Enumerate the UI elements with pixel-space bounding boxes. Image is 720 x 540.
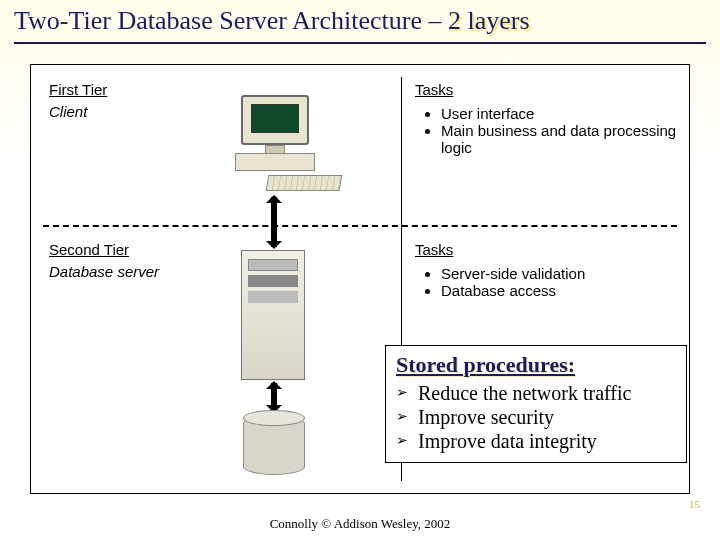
tier2-sub: Database server [49, 263, 159, 280]
slide-title: Two-Tier Database Server Architecture – … [0, 0, 720, 38]
bidirectional-arrow-icon [271, 197, 277, 247]
tier1-sub: Client [49, 103, 87, 120]
tier2-tasks: Server-side validation Database access [423, 265, 677, 299]
task-item: User interface [441, 105, 677, 122]
tier1-tasks: User interface Main business and data pr… [423, 105, 677, 156]
tier2-heading: Second Tier [49, 241, 129, 258]
stored-heading: Stored procedures: [396, 352, 676, 378]
tier-separator [43, 225, 677, 227]
database-cylinder-icon [243, 415, 305, 475]
stored-procedures-callout: Stored procedures: Reduce the network tr… [385, 345, 687, 463]
stored-item: Improve data integrity [418, 430, 676, 453]
title-emphasis: 2 layers [448, 6, 530, 35]
tier2-tasks-heading: Tasks [415, 241, 453, 258]
task-item: Database access [441, 282, 677, 299]
page-number: 15 [689, 498, 700, 510]
title-text: Two-Tier Database Server Architecture – [14, 6, 448, 35]
server-tower-icon [241, 250, 305, 380]
stored-item: Reduce the network traffic [418, 382, 676, 405]
client-computer-icon [231, 95, 341, 195]
tier1-tasks-heading: Tasks [415, 81, 453, 98]
architecture-diagram: First Tier Client Tasks User interface M… [30, 64, 690, 494]
task-item: Main business and data processing logic [441, 122, 677, 156]
stored-item: Improve security [418, 406, 676, 429]
tier1-heading: First Tier [49, 81, 107, 98]
title-underline [14, 42, 706, 44]
bidirectional-arrow-icon [271, 383, 277, 411]
credit-line: Connolly © Addison Wesley, 2002 [0, 516, 720, 532]
task-item: Server-side validation [441, 265, 677, 282]
